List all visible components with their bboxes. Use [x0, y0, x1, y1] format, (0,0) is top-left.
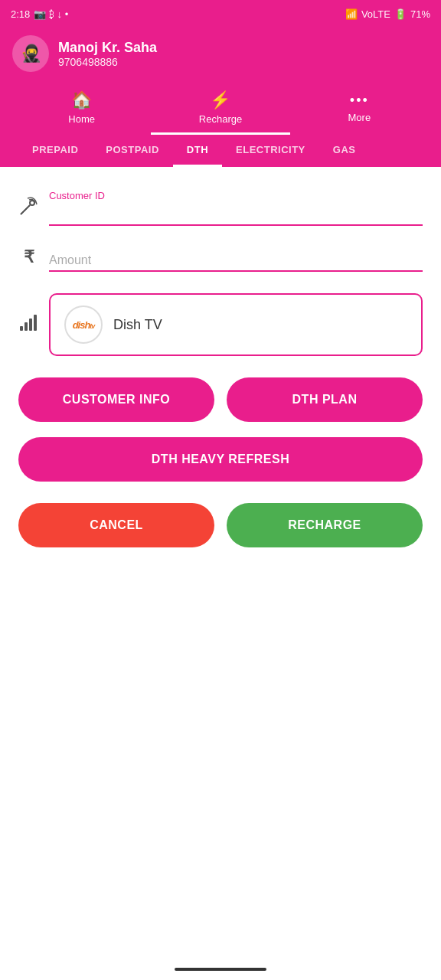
provider-name: Dish TV — [113, 317, 162, 333]
signal-icon: VoLTE — [361, 8, 390, 20]
home-icon: 🏠 — [71, 90, 92, 110]
cancel-button[interactable]: CANCEL — [18, 503, 214, 547]
nav-item-more[interactable]: ••• More — [290, 85, 429, 133]
nav-bar: 🏠 Home ⚡ Recharge ••• More — [12, 83, 429, 135]
amount-wrapper — [49, 250, 423, 272]
recharge-button[interactable]: RECHARGE — [227, 503, 423, 547]
tab-gas[interactable]: GAS — [319, 135, 370, 167]
customer-id-group: Customer ID — [18, 190, 423, 226]
wifi-icon: 📶 — [345, 8, 358, 20]
bottom-bar — [0, 959, 441, 980]
battery-percent: 71% — [410, 8, 430, 20]
provider-section: dishtv Dish TV — [18, 293, 423, 356]
user-info-section: 🥷 Manoj Kr. Saha 9706498886 — [12, 35, 429, 83]
action-buttons-row: CUSTOMER INFO DTH PLAN — [18, 377, 423, 422]
time-display: 2:18 — [11, 8, 30, 20]
header: 🥷 Manoj Kr. Saha 9706498886 🏠 Home ⚡ Rec… — [0, 28, 441, 167]
signal-bars-icon — [18, 312, 40, 337]
rupee-icon: ₹ — [18, 247, 40, 267]
recharge-icon: ⚡ — [210, 90, 230, 110]
battery-icon: 🔋 — [394, 8, 407, 20]
customer-id-label: Customer ID — [49, 190, 423, 201]
tab-bar: PREPAID POSTPAID DTH ELECTRICITY GAS — [12, 135, 429, 167]
spacer — [0, 563, 441, 716]
nav-item-home[interactable]: 🏠 Home — [12, 83, 151, 135]
more-icon: ••• — [350, 93, 369, 109]
status-time: 2:18 📷 ₿ ↓ • — [11, 8, 68, 20]
tab-postpaid[interactable]: POSTPAID — [92, 135, 173, 167]
status-bar: 2:18 📷 ₿ ↓ • 📶 VoLTE 🔋 71% — [0, 0, 441, 28]
svg-line-3 — [21, 209, 26, 214]
notification-icons: 📷 ₿ ↓ • — [34, 8, 68, 20]
amount-group: ₹ — [18, 247, 423, 272]
customer-info-button[interactable]: CUSTOMER INFO — [18, 377, 214, 422]
user-name: Manoj Kr. Saha — [58, 40, 157, 56]
dishtv-logo: dishtv — [64, 305, 103, 344]
svg-rect-4 — [20, 326, 23, 331]
user-details: Manoj Kr. Saha 9706498886 — [58, 40, 157, 68]
svg-rect-6 — [29, 318, 32, 331]
dth-heavy-refresh-button[interactable]: DTH HEAVY REFRESH — [18, 437, 423, 482]
user-avatar: 🥷 — [12, 35, 49, 72]
bottom-buttons-row: CANCEL RECHARGE — [18, 503, 423, 547]
amount-input[interactable] — [49, 250, 423, 272]
user-phone: 9706498886 — [58, 56, 157, 68]
satellite-icon — [18, 195, 40, 221]
customer-id-wrapper: Customer ID — [49, 190, 423, 226]
main-content: Customer ID ₹ dishtv Dish TV — [0, 167, 441, 563]
status-icons: 📶 VoLTE 🔋 71% — [345, 8, 430, 20]
nav-recharge-label: Recharge — [199, 113, 242, 125]
tab-prepaid[interactable]: PREPAID — [18, 135, 92, 167]
home-indicator — [175, 968, 266, 971]
dth-plan-button[interactable]: DTH PLAN — [227, 377, 423, 422]
provider-selector[interactable]: dishtv Dish TV — [49, 293, 423, 356]
svg-rect-7 — [34, 315, 37, 331]
nav-home-label: Home — [68, 113, 95, 125]
tab-dth[interactable]: DTH — [173, 135, 222, 167]
nav-more-label: More — [348, 112, 371, 123]
svg-rect-5 — [24, 322, 28, 331]
nav-item-recharge[interactable]: ⚡ Recharge — [151, 83, 289, 135]
tab-electricity[interactable]: ELECTRICITY — [222, 135, 319, 167]
customer-id-input[interactable] — [49, 204, 423, 226]
